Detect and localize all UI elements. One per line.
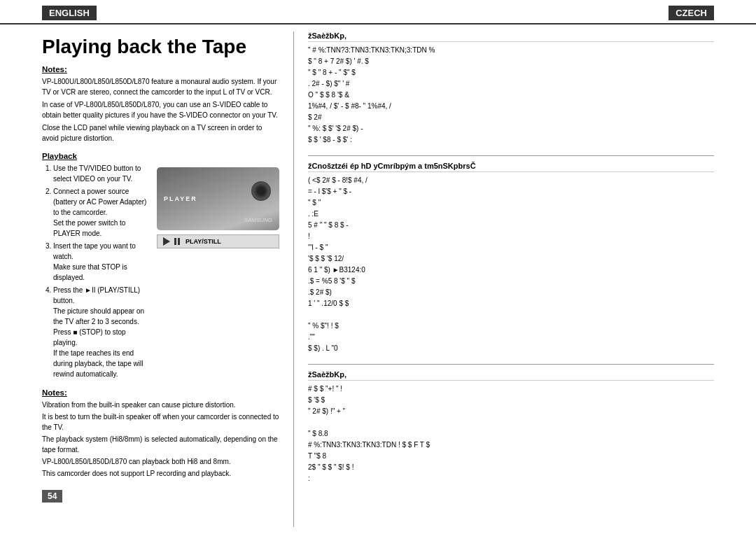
bottom-notes-title: Notes: bbox=[42, 388, 279, 397]
playback-section: Playback Use the TV/VIDEO button to sele… bbox=[42, 152, 279, 381]
czech-section1-text: " # %:TNN?3:TNN3:TKN3:TKN;3:TDN % $ " 8 … bbox=[308, 45, 714, 146]
note-3: Close the LCD panel while viewing playba… bbox=[42, 122, 279, 143]
page-container: ENGLISH CZECH Playing back the Tape Note… bbox=[0, 0, 756, 534]
left-column: Playing back the Tape Notes: VP-L800U/L8… bbox=[42, 31, 294, 527]
bottom-note-3: The playback system (Hi8/8mm) is selecte… bbox=[42, 434, 279, 455]
note-2: In case of VP-L800/L850/L850D/L870, you … bbox=[42, 99, 279, 120]
playback-title: Playback bbox=[42, 152, 279, 160]
right-column: žSaèžbKp, " # %:TNN?3:TNN3:TKN3:TKN;3:TD… bbox=[294, 31, 714, 527]
page-title: Playing back the Tape bbox=[42, 36, 279, 58]
playback-step-1: Use the TV/VIDEO button to select VIDEO … bbox=[53, 163, 150, 184]
header-bar: ENGLISH CZECH bbox=[0, 0, 756, 24]
czech-section3-title: žSaèžbKp, bbox=[308, 370, 714, 381]
czech-section1-title: žSaèžbKp, bbox=[308, 31, 714, 42]
pause-icon bbox=[174, 238, 180, 245]
divider-2 bbox=[308, 364, 714, 365]
bottom-note-4: VP-L800/L850/L850D/L870 can playback bot… bbox=[42, 456, 279, 467]
playback-step-2: Connect a power source (battery or AC Po… bbox=[53, 186, 150, 239]
english-badge: ENGLISH bbox=[42, 6, 97, 20]
note-1: VP-L800U/L800/L850/L850D/L870 feature a … bbox=[42, 76, 279, 97]
czech-badge: CZECH bbox=[668, 6, 714, 20]
czech-section2-title: žCnošztzéi ép hD yCmríbpým a tm5nSKpbrsČ bbox=[308, 162, 714, 172]
play-icon bbox=[163, 237, 170, 246]
page-number: 54 bbox=[42, 490, 62, 503]
play-still-label: PLAY/STILL bbox=[186, 238, 221, 245]
bottom-note-5: This camcorder does not support LP recor… bbox=[42, 468, 279, 479]
playback-step-4: Press the ►II (PLAY/STILL) button. The p… bbox=[53, 285, 150, 379]
image-wrapper: PLAYER PLAY/STILL bbox=[157, 167, 279, 374]
bottom-notes: Notes: Vibration from the built-in speak… bbox=[42, 388, 279, 479]
notes-title: Notes: bbox=[42, 65, 279, 73]
czech-section-2: žCnošztzéi ép hD yCmríbpým a tm5nSKpbrsČ… bbox=[308, 162, 714, 354]
divider-1 bbox=[308, 155, 714, 156]
czech-section-3: žSaèžbKp, # $ $ "+! " ! $ '$ $ " 2# $) !… bbox=[308, 370, 714, 484]
bottom-note-2: It is best to turn the built-in speaker … bbox=[42, 412, 279, 433]
content-area: Playing back the Tape Notes: VP-L800U/L8… bbox=[0, 24, 756, 534]
player-label: PLAYER bbox=[164, 195, 197, 202]
bottom-note-1: Vibration from the built-in speaker can … bbox=[42, 400, 279, 410]
czech-section3-text: # $ $ "+! " ! $ '$ $ " 2# $) !" + " " $ … bbox=[308, 384, 714, 484]
play-still-button[interactable]: PLAY/STILL bbox=[157, 234, 279, 248]
playback-step-3: Insert the tape you want to watch. Make … bbox=[53, 241, 150, 283]
playback-steps: Use the TV/VIDEO button to select VIDEO … bbox=[42, 163, 150, 379]
notes-section: Notes: VP-L800U/L800/L850/L850D/L870 fea… bbox=[42, 65, 279, 143]
czech-section-1: žSaèžbKp, " # %:TNN?3:TNN3:TKN3:TKN;3:TD… bbox=[308, 31, 714, 146]
czech-section2-text: ( <$ 2# $ - 8!$ #4, / = - l $'$ + " $ - … bbox=[308, 175, 714, 354]
camcorder-image: PLAYER bbox=[157, 167, 279, 230]
cam-lens bbox=[251, 181, 271, 201]
